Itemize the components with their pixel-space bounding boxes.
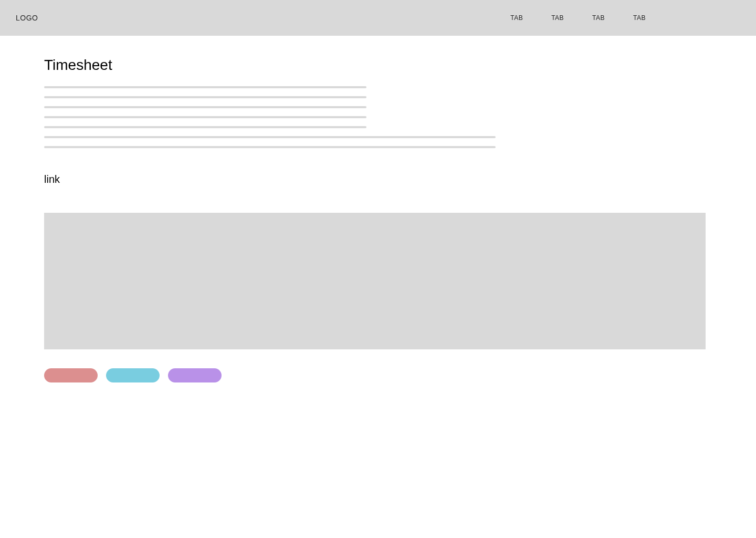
skeleton-line	[44, 96, 366, 98]
nav-tab-3[interactable]: TAB	[592, 14, 605, 22]
skeleton-line	[44, 126, 366, 128]
content-placeholder	[44, 213, 706, 349]
pill-button-2[interactable]	[106, 368, 160, 382]
logo[interactable]: LOGO	[16, 14, 38, 22]
pill-row	[44, 368, 712, 382]
skeleton-line	[44, 86, 366, 88]
page-title: Timesheet	[44, 57, 712, 74]
skeleton-line	[44, 116, 366, 118]
nav-tabs: TAB TAB TAB TAB	[510, 14, 646, 22]
skeleton-line	[44, 136, 496, 138]
nav-tab-1[interactable]: TAB	[510, 14, 523, 22]
main-content: Timesheet link	[0, 36, 756, 382]
skeleton-text-block	[44, 86, 712, 148]
link[interactable]: link	[44, 173, 60, 185]
nav-tab-4[interactable]: TAB	[633, 14, 646, 22]
nav-tab-2[interactable]: TAB	[551, 14, 564, 22]
header-bar: LOGO TAB TAB TAB TAB	[0, 0, 756, 36]
skeleton-line	[44, 146, 496, 148]
skeleton-line	[44, 106, 366, 108]
pill-button-1[interactable]	[44, 368, 98, 382]
pill-button-3[interactable]	[168, 368, 222, 382]
